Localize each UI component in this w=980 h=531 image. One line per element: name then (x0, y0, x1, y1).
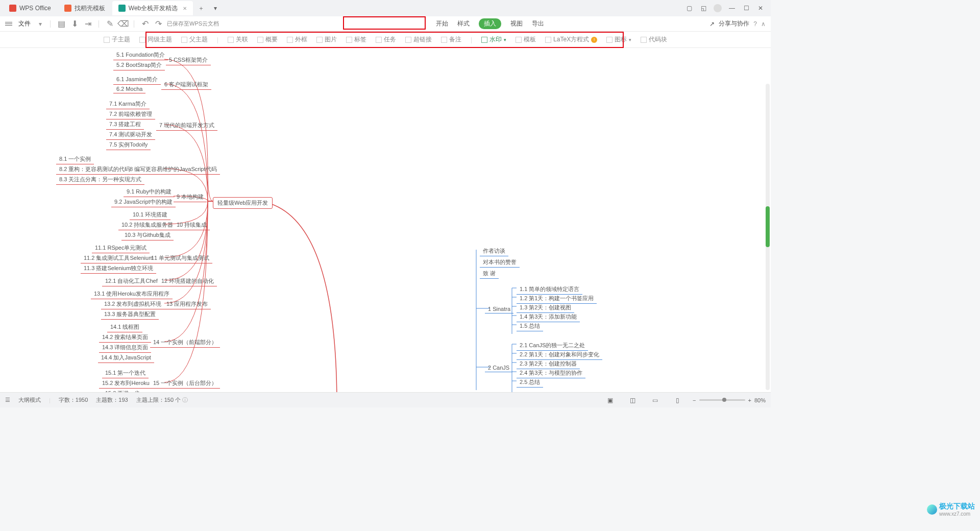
node-13[interactable]: 13 应用程序发布 (163, 299, 211, 309)
export-icon[interactable]: ⇥ (83, 19, 92, 29)
menu-view[interactable]: 视图 (510, 19, 523, 28)
node-10-2[interactable]: 10.2 持续集成服务器 (118, 220, 176, 230)
node-6-2[interactable]: 6.2 Mocha (113, 85, 145, 93)
brush-icon[interactable]: ✎ (105, 19, 114, 29)
node-14[interactable]: 14 一个实例（前端部分） (150, 337, 220, 348)
tab-templates[interactable]: 找稻壳模板 (58, 1, 111, 15)
ribbon-relation[interactable]: 关联 (228, 35, 248, 44)
node-14-4[interactable]: 14.4 加入JavaScript (98, 353, 154, 363)
zoom-out-icon[interactable]: − (693, 397, 696, 403)
node-1-4[interactable]: 1.4 第3天：添加新功能 (517, 312, 580, 322)
ribbon-icon[interactable]: 图标▾ (606, 35, 631, 44)
menu-export[interactable]: 导出 (532, 19, 544, 28)
node-15-3[interactable]: 15.3 更进一步 (102, 389, 143, 392)
ribbon-boundary[interactable]: 外框 (287, 35, 307, 44)
ribbon-watermark[interactable]: 水印▾ (481, 35, 506, 44)
save-icon[interactable]: ▤ (57, 19, 66, 29)
menu-insert[interactable]: 插入 (479, 18, 501, 29)
close-window-icon[interactable]: ✕ (756, 4, 765, 12)
help-icon[interactable]: ? (753, 20, 757, 28)
scrollbar[interactable] (766, 84, 770, 390)
node-8-1[interactable]: 8.1 一个实例 (56, 154, 94, 164)
read-icon[interactable]: ▭ (651, 396, 659, 404)
ribbon-template[interactable]: 模板 (516, 35, 536, 44)
avatar-icon[interactable] (714, 4, 722, 12)
node-14-2[interactable]: 14.2 搜索结果页面 (99, 332, 151, 343)
outline-toggle-icon[interactable]: ☰ (5, 397, 10, 403)
node-intro-1[interactable]: 作者访谈 (480, 246, 508, 256)
ribbon-latex[interactable]: LaTeX方程式! (545, 35, 597, 44)
ribbon-tag[interactable]: 标签 (346, 35, 366, 44)
node-9-1[interactable]: 9.1 Ruby中的构建 (124, 187, 175, 197)
node-5-1[interactable]: 5.1 Foundation简介 (113, 50, 168, 60)
more-icon[interactable]: ∧ (761, 20, 766, 28)
ribbon-summary[interactable]: 概要 (257, 35, 278, 44)
node-11-3[interactable]: 11.3 搭建Selenium独立环境 (81, 263, 156, 274)
redo-icon[interactable]: ↷ (154, 19, 163, 29)
ribbon-parent[interactable]: 父主题 (181, 35, 208, 44)
node-13-1[interactable]: 13.1 使用Heroku发布应用程序 (91, 289, 173, 299)
download-icon[interactable]: ⬇ (70, 19, 79, 29)
node-11[interactable]: 11 单元测试与集成测试 (148, 253, 212, 263)
hamburger-icon[interactable] (5, 22, 12, 26)
node-9-2[interactable]: 9.2 JavaScript中的构建 (111, 197, 176, 207)
node-15[interactable]: 15 一个实例（后台部分） (150, 378, 220, 389)
undo-icon[interactable]: ↶ (140, 19, 150, 29)
ribbon-task[interactable]: 任务 (376, 35, 396, 44)
node-intro-3[interactable]: 致 谢 (480, 269, 499, 279)
ribbon-sibling[interactable]: 同级主题 (139, 35, 172, 44)
node-1-3[interactable]: 1.3 第2天：创建视图 (517, 303, 574, 313)
node-8[interactable]: 8 编写更容易维护的JavaScript代码 (127, 164, 220, 175)
node-2[interactable]: 2 CanJS (485, 364, 512, 372)
node-14-3[interactable]: 14.3 详细信息页面 (99, 343, 151, 353)
node-2-1[interactable]: 2.1 CanJS的独一无二之处 (517, 341, 588, 351)
node-7-5[interactable]: 7.5 实例Todoify (106, 140, 151, 150)
node-7[interactable]: 7 现代的前端开发方式 (156, 120, 217, 131)
tab-wps[interactable]: WPS Office (3, 1, 57, 15)
ribbon-note[interactable]: 备注 (441, 35, 461, 44)
menu-start[interactable]: 开始 (436, 19, 448, 28)
close-icon[interactable]: ✕ (183, 6, 187, 11)
new-tab-icon[interactable]: ＋ (197, 4, 205, 12)
node-10-1[interactable]: 10.1 环境搭建 (130, 210, 170, 220)
node-7-2[interactable]: 7.2 前端依赖管理 (106, 109, 155, 119)
node-7-1[interactable]: 7.1 Karma简介 (106, 99, 150, 109)
node-1-2[interactable]: 1.2 第1天：构建一个书签应用 (517, 294, 597, 304)
node-6-1[interactable]: 6.1 Jasmine简介 (113, 75, 161, 85)
node-10-3[interactable]: 10.3 与Github集成 (121, 230, 174, 240)
center-node[interactable]: 轻量级Web应用开发 (213, 197, 273, 209)
node-5[interactable]: 5 CSS框架简介 (166, 55, 211, 65)
node-10[interactable]: 10 持续集成 (174, 220, 210, 230)
share-button[interactable]: 分享与协作 (719, 19, 749, 28)
ribbon-codeblock[interactable]: 代码块 (641, 35, 667, 44)
node-12-1[interactable]: 12.1 自动化工具Chef (102, 276, 161, 286)
node-15-1[interactable]: 15.1 第一个迭代 (102, 368, 149, 378)
node-8-2[interactable]: 8.2 重构：更容易测试的代码 (56, 164, 133, 175)
node-1[interactable]: 1 Sinatra (485, 305, 513, 313)
node-7-4[interactable]: 7.4 测试驱动开发 (106, 130, 155, 140)
node-6[interactable]: 6 客户端测试框架 (161, 80, 211, 90)
file-dropdown-icon[interactable]: ▾ (37, 20, 44, 28)
node-11-2[interactable]: 11.2 集成测试工具Selenium (81, 253, 156, 263)
node-11-1[interactable]: 11.1 RSpec单元测试 (92, 243, 150, 253)
tab-document[interactable]: Web全栈开发精选 ✕ (112, 1, 193, 15)
tablet-icon[interactable]: ▢ (685, 4, 693, 12)
ribbon-image[interactable]: 图片 (316, 35, 337, 44)
eraser-icon[interactable]: ⌫ (118, 19, 128, 29)
node-2-2[interactable]: 2.2 第1天：创建对象和同步变化 (517, 350, 602, 360)
view-mode-icon[interactable]: ▣ (606, 396, 614, 404)
node-1-5[interactable]: 1.5 总结 (517, 321, 543, 331)
node-15-2[interactable]: 15.2 发布到Heroku (99, 378, 153, 389)
ribbon-subtopic[interactable]: 子主题 (104, 35, 130, 44)
zoom-control[interactable]: − + 80% (693, 397, 766, 403)
node-7-3[interactable]: 7.3 搭建工程 (106, 119, 144, 130)
zoom-slider[interactable] (699, 399, 745, 401)
node-2-4[interactable]: 2.4 第3天：与模型的协作 (517, 368, 585, 378)
page-icon[interactable]: ▯ (673, 396, 681, 404)
cube-icon[interactable]: ◱ (699, 4, 707, 12)
node-9[interactable]: 9 本地构建 (174, 192, 207, 202)
outline-mode[interactable]: 大纲模式 (18, 396, 41, 404)
file-menu[interactable]: 文件 (16, 19, 33, 28)
node-8-3[interactable]: 8.3 关注点分离：另一种实现方式 (56, 175, 144, 185)
node-5-2[interactable]: 5.2 BootStrap简介 (113, 60, 165, 70)
